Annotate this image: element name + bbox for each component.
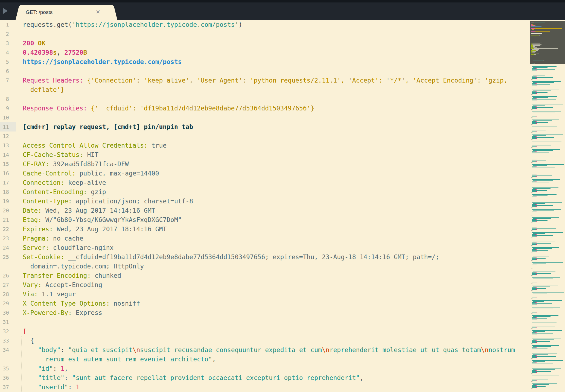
minimap-line: [533, 369, 555, 370]
minimap-line: [532, 228, 556, 229]
close-icon[interactable]: ×: [96, 5, 100, 20]
code-line[interactable]: 24Server: cloudflare-nginx: [0, 243, 530, 252]
minimap-line: [532, 259, 537, 260]
code-line[interactable]: 33{: [0, 336, 530, 345]
code-line[interactable]: 10: [0, 113, 530, 122]
code-line[interactable]: 11[cmd+r] replay request, [cmd+t] pin/un…: [0, 122, 530, 131]
request-tab[interactable]: GET: /posts ×: [21, 5, 112, 20]
minimap-line: [532, 168, 555, 168]
minimap-line: [532, 292, 564, 293]
code-line[interactable]: 23Pragma: no-cache: [0, 234, 530, 243]
code-line[interactable]: 18Content-Encoding: gzip: [0, 187, 530, 197]
minimap-line: [531, 366, 532, 366]
code-line[interactable]: 22Expires: Wed, 23 Aug 2017 18:14:16 GMT: [0, 224, 530, 234]
code-line[interactable]: 14CF-Cache-Status: HIT: [0, 150, 530, 159]
minimap-line: [532, 176, 537, 177]
code-line[interactable]: 2: [0, 29, 530, 39]
line-number: 9: [0, 104, 9, 113]
minimap-line: [533, 105, 545, 106]
code-line[interactable]: 8: [0, 94, 530, 104]
line-number: 18: [0, 187, 9, 197]
line-number: 20: [0, 206, 9, 215]
code-line[interactable]: 15CF-RAY: 392ead5fd8b71fca-DFW: [0, 159, 530, 169]
minimap-line: [532, 93, 537, 94]
code-line[interactable]: 40.420398s, 27520B: [0, 48, 530, 57]
minimap-line: [533, 143, 555, 143]
minimap-line: [531, 45, 540, 46]
code-line[interactable]: rerum est autem sunt rem eveniet archite…: [0, 355, 530, 364]
code-text: requests.get('https://jsonplaceholder.ty…: [23, 20, 242, 29]
code-line[interactable]: domain=.typicode.com; HttpOnly: [0, 262, 530, 271]
minimap-line: [532, 78, 537, 79]
code-line[interactable]: 25Set-Cookie: __cfduid=df19ba11d7d4d12eb…: [0, 252, 530, 262]
minimap-line: [532, 236, 537, 237]
code-text: "body": "quia et suscipit\nsuscipit recu…: [38, 345, 515, 355]
minimap-line: [531, 147, 532, 148]
minimap-line: [533, 324, 547, 324]
minimap-viewport[interactable]: [530, 21, 565, 64]
code-text: "userId": 1: [38, 382, 79, 392]
code-line[interactable]: 29X-Content-Type-Options: nosniff: [0, 299, 530, 308]
line-number: 2: [0, 29, 9, 39]
code-line[interactable]: 34"body": "quia et suscipit\nsuscipit re…: [0, 345, 530, 355]
code-text: Transfer-Encoding: chunked: [23, 271, 121, 280]
minimap-line: [531, 177, 532, 178]
minimap-line: [531, 36, 540, 36]
minimap[interactable]: [530, 20, 565, 392]
minimap-line: [532, 378, 537, 378]
minimap-line: [532, 184, 537, 184]
minimap-line: [531, 117, 532, 118]
code-line[interactable]: 3200 OK: [0, 39, 530, 48]
minimap-line: [532, 234, 537, 235]
minimap-line: [531, 328, 532, 329]
minimap-line: [532, 297, 537, 297]
code-line[interactable]: 28Via: 1.1 vegur: [0, 289, 530, 299]
code-line[interactable]: 30X-Powered-By: Express: [0, 308, 530, 317]
code-line[interactable]: 13Access-Control-Allow-Credentials: true: [0, 141, 530, 150]
code-text: rerum est autem sunt rem eveniet archite…: [45, 355, 216, 364]
minimap-line: [532, 340, 537, 341]
code-line[interactable]: deflate'}: [0, 85, 530, 94]
minimap-line: [533, 309, 553, 309]
code-line[interactable]: 37"userId": 1: [0, 382, 530, 392]
code-line[interactable]: 6: [0, 66, 530, 76]
minimap-line: [532, 106, 537, 107]
code-line[interactable]: 35"id": 1,: [0, 364, 530, 373]
code-line[interactable]: 20Date: Wed, 23 Aug 2017 14:14:16 GMT: [0, 206, 530, 215]
code-line[interactable]: 1requests.get('https://jsonplaceholder.t…: [0, 20, 530, 29]
minimap-line: [532, 332, 537, 333]
code-line[interactable]: 12: [0, 131, 530, 141]
minimap-line: [532, 122, 548, 123]
line-number: 14: [0, 150, 9, 159]
code-line[interactable]: 7Request Headers: {'Connection': 'keep-a…: [0, 76, 530, 85]
code-line[interactable]: 26Transfer-Encoding: chunked: [0, 271, 530, 280]
minimap-line: [532, 98, 537, 99]
minimap-line: [532, 130, 546, 130]
minimap-line: [532, 107, 553, 108]
code-line[interactable]: 9Response Cookies: {'__cfduid': 'df19ba1…: [0, 104, 530, 113]
minimap-line: [532, 342, 537, 343]
minimap-line: [532, 62, 553, 62]
code-line[interactable]: 16Cache-Control: public, max-age=14400: [0, 169, 530, 178]
minimap-line: [531, 72, 532, 72]
minimap-line: [532, 266, 554, 266]
code-line[interactable]: 32[: [0, 327, 530, 336]
minimap-line: [532, 68, 537, 69]
minimap-line: [533, 248, 552, 249]
line-number: 15: [0, 159, 9, 169]
minimap-line: [532, 225, 557, 225]
minimap-line: [531, 50, 538, 51]
code-line[interactable]: 5https://jsonplaceholder.typicode.com/po…: [0, 57, 530, 66]
window-top-strip: [0, 0, 565, 2]
code-line[interactable]: 36"title": "sunt aut facere repellat pro…: [0, 373, 530, 382]
code-line[interactable]: 27Vary: Accept-Encoding: [0, 280, 530, 289]
minimap-line: [532, 356, 556, 357]
run-request-icon[interactable]: [3, 8, 8, 14]
minimap-line: [532, 138, 537, 139]
line-number: 29: [0, 299, 9, 308]
code-line[interactable]: 19Content-Type: application/json; charse…: [0, 197, 530, 206]
code-line[interactable]: 31: [0, 317, 530, 327]
code-line[interactable]: 21Etag: W/"6b80-Ybsq/K6GwwqrYkAsFxqDXGC7…: [0, 215, 530, 224]
code-editor[interactable]: 1requests.get('https://jsonplaceholder.t…: [0, 20, 530, 392]
code-line[interactable]: 17Connection: keep-alive: [0, 178, 530, 187]
